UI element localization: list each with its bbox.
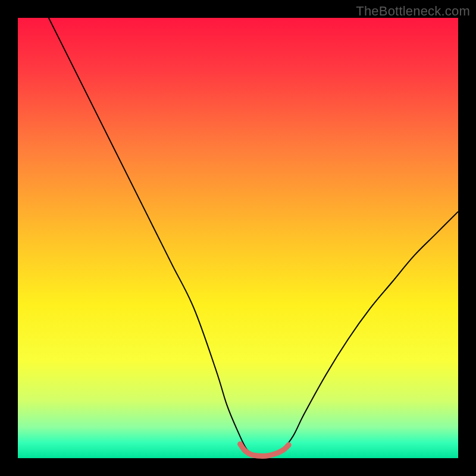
highlight-start-cap: [237, 441, 243, 447]
chart-stage: TheBottleneck.com: [0, 0, 476, 476]
bottleneck-chart: [0, 0, 476, 476]
plot-background: [18, 18, 458, 458]
watermark-text: TheBottleneck.com: [356, 4, 470, 19]
highlight-end-cap: [286, 442, 292, 447]
